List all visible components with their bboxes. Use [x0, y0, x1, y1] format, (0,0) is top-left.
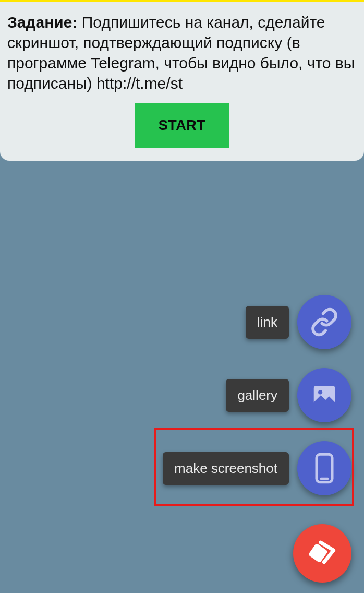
phone-icon: [311, 453, 337, 484]
task-card: Задание: Подпишитесь на канал, сделайте …: [0, 2, 364, 161]
link-icon: [310, 307, 339, 337]
fab-row-screenshot: make screenshot: [163, 441, 351, 495]
fab-gallery-button[interactable]: [297, 368, 351, 422]
fab-label-link: link: [246, 306, 289, 339]
task-label: Задание:: [7, 14, 77, 31]
send-icon: [305, 535, 339, 572]
image-icon: [310, 381, 338, 409]
start-button[interactable]: START: [135, 103, 230, 148]
fab-label-gallery: gallery: [226, 379, 289, 412]
fab-label-screenshot: make screenshot: [163, 452, 289, 485]
fab-menu: link gallery make screenshot: [163, 295, 351, 495]
svg-point-1: [318, 390, 322, 394]
fab-screenshot-button[interactable]: [297, 441, 351, 495]
start-button-row: START: [7, 103, 357, 148]
main-fab-button[interactable]: [293, 524, 351, 583]
fab-row-link: link: [246, 295, 351, 349]
fab-row-gallery: gallery: [226, 368, 351, 422]
task-description: Задание: Подпишитесь на канал, сделайте …: [7, 12, 357, 93]
fab-link-button[interactable]: [297, 295, 351, 349]
